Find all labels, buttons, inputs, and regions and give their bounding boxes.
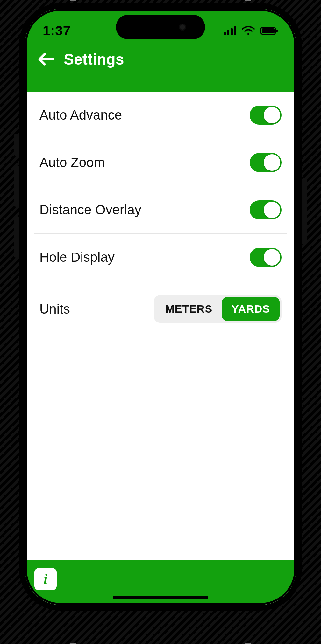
wifi-icon xyxy=(242,26,255,36)
svg-rect-6 xyxy=(276,30,278,32)
nav-bar: Settings xyxy=(25,44,296,68)
battery-icon xyxy=(260,26,278,35)
setting-row-units: Units METERS YARDS xyxy=(34,281,287,337)
setting-label: Auto Advance xyxy=(39,107,122,123)
svg-rect-3 xyxy=(234,26,236,35)
phone-volume-down-button xyxy=(14,216,19,258)
frame-tick xyxy=(245,0,251,1)
svg-rect-5 xyxy=(262,28,275,33)
units-segmented: METERS YARDS xyxy=(154,295,282,323)
toggle-hole-display[interactable] xyxy=(250,248,282,267)
arrow-left-icon xyxy=(38,53,54,66)
back-button[interactable] xyxy=(37,50,55,68)
svg-rect-0 xyxy=(224,32,226,35)
setting-label: Hole Display xyxy=(39,250,115,265)
setting-label: Units xyxy=(39,301,70,317)
phone-side-button xyxy=(14,134,19,156)
status-icons xyxy=(224,26,278,36)
bottom-bar: i xyxy=(25,560,296,605)
toggle-auto-zoom[interactable] xyxy=(250,153,282,172)
settings-list: Auto Advance Auto Zoom Distance Overlay … xyxy=(25,92,296,560)
screen: 1:37 xyxy=(25,9,296,605)
phone-power-button xyxy=(302,178,307,245)
cellular-icon xyxy=(224,26,236,35)
phone-frame: 1:37 xyxy=(19,3,302,611)
setting-row-auto-zoom: Auto Zoom xyxy=(34,139,287,186)
frame-tick xyxy=(70,0,76,1)
units-option-yards[interactable]: YARDS xyxy=(222,297,280,321)
svg-rect-1 xyxy=(227,30,229,35)
toggle-auto-advance[interactable] xyxy=(250,106,282,125)
setting-row-distance-overlay: Distance Overlay xyxy=(34,186,287,234)
setting-row-auto-advance: Auto Advance xyxy=(34,92,287,139)
phone-volume-up-button xyxy=(14,165,19,207)
page-title: Settings xyxy=(64,51,124,68)
dynamic-island xyxy=(116,15,205,39)
home-indicator xyxy=(113,596,208,599)
toggle-distance-overlay[interactable] xyxy=(250,200,282,219)
svg-rect-2 xyxy=(231,28,233,35)
setting-row-hole-display: Hole Display xyxy=(34,234,287,281)
setting-label: Distance Overlay xyxy=(39,202,141,218)
status-clock: 1:37 xyxy=(43,23,71,38)
units-option-meters[interactable]: METERS xyxy=(156,297,222,321)
setting-label: Auto Zoom xyxy=(39,155,105,170)
info-button[interactable]: i xyxy=(34,568,57,590)
info-icon: i xyxy=(44,572,47,586)
